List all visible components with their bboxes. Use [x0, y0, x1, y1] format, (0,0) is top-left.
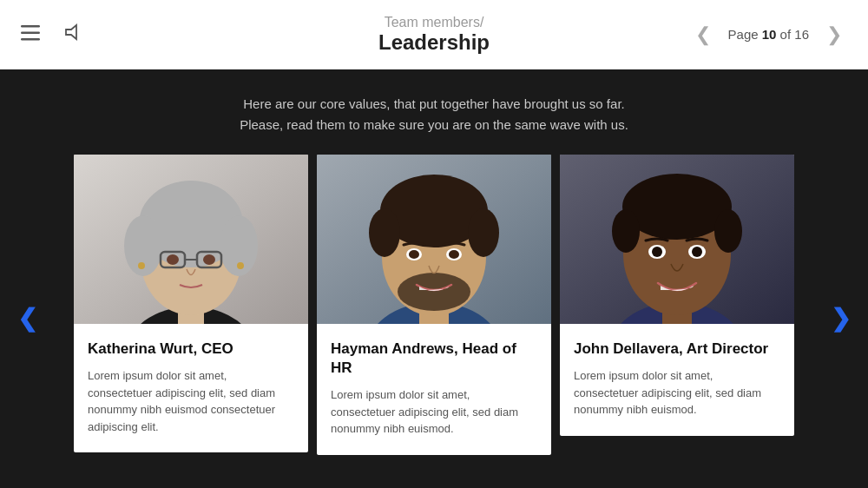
speaker-button[interactable]	[61, 20, 87, 49]
card-image-3	[560, 155, 794, 324]
svg-rect-0	[21, 25, 40, 28]
current-page: 10	[762, 27, 777, 42]
intro-line2: Please, read them to make sure you are o…	[17, 115, 851, 135]
svg-marker-3	[66, 25, 76, 39]
svg-point-27	[468, 208, 499, 257]
svg-point-28	[398, 273, 470, 311]
svg-point-32	[449, 250, 459, 259]
intro-section: Here are our core values, that put toget…	[0, 69, 868, 155]
next-arrow-icon: ❯	[826, 23, 842, 45]
header-right: ❮ Page 10 of 16 ❯	[687, 20, 851, 49]
page-info: Page 10 of 16	[728, 27, 809, 42]
hamburger-icon	[21, 23, 40, 46]
prev-arrow-icon: ❮	[695, 23, 711, 45]
hamburger-menu-button[interactable]	[17, 20, 43, 49]
header-left	[17, 20, 87, 49]
svg-point-26	[369, 208, 400, 257]
card-name-1: Katherina Wurt, CEO	[88, 340, 294, 359]
card-desc-2: Lorem ipsum dolor sit amet, consectetuer…	[331, 386, 537, 438]
svg-point-40	[714, 209, 742, 253]
card-image-2	[317, 155, 551, 324]
card-desc-1: Lorem ipsum dolor sit amet, consectetuer…	[88, 367, 294, 435]
card-desc-3: Lorem ipsum dolor sit amet, consectetuer…	[574, 367, 780, 419]
team-card-2: Hayman Andrews, Head of HR Lorem ipsum d…	[317, 155, 551, 455]
carousel-next-button[interactable]: ❯	[822, 294, 859, 340]
header: Team members/ Leadership ❮ Page 10 of 16…	[0, 0, 868, 69]
team-card-1: Katherina Wurt, CEO Lorem ipsum dolor si…	[74, 155, 308, 452]
header-center: Team members/ Leadership	[378, 15, 490, 55]
page-title: Leadership	[378, 30, 490, 55]
svg-point-18	[138, 262, 145, 269]
svg-point-42	[652, 247, 662, 257]
next-page-button[interactable]: ❯	[818, 20, 851, 49]
intro-line1: Here are our core values, that put toget…	[17, 94, 851, 115]
page-subtitle: Team members/	[378, 15, 490, 30]
team-card-3: John Dellavera, Art Director Lorem ipsum…	[560, 155, 794, 436]
card-name-3: John Dellavera, Art Director	[574, 340, 780, 359]
svg-point-39	[612, 209, 640, 253]
cards-section: ❮	[0, 155, 868, 481]
card-body-3: John Dellavera, Art Director Lorem ipsum…	[560, 324, 794, 436]
svg-rect-2	[21, 38, 40, 41]
card-body-1: Katherina Wurt, CEO Lorem ipsum dolor si…	[74, 324, 308, 452]
card-body-2: Hayman Andrews, Head of HR Lorem ipsum d…	[317, 324, 551, 455]
total-pages: 16	[794, 27, 809, 42]
carousel-prev-button[interactable]: ❮	[9, 294, 46, 340]
carousel-dots	[0, 481, 868, 488]
svg-point-44	[692, 247, 702, 257]
card-image-1	[74, 155, 308, 324]
svg-point-30	[409, 250, 419, 259]
card-name-2: Hayman Andrews, Head of HR	[331, 340, 537, 378]
svg-rect-1	[21, 31, 40, 34]
svg-point-19	[237, 262, 244, 269]
prev-page-button[interactable]: ❮	[687, 20, 720, 49]
svg-point-16	[167, 254, 179, 265]
speaker-icon	[64, 23, 83, 45]
cards-container: Katherina Wurt, CEO Lorem ipsum dolor si…	[52, 155, 816, 455]
svg-point-17	[203, 254, 215, 265]
